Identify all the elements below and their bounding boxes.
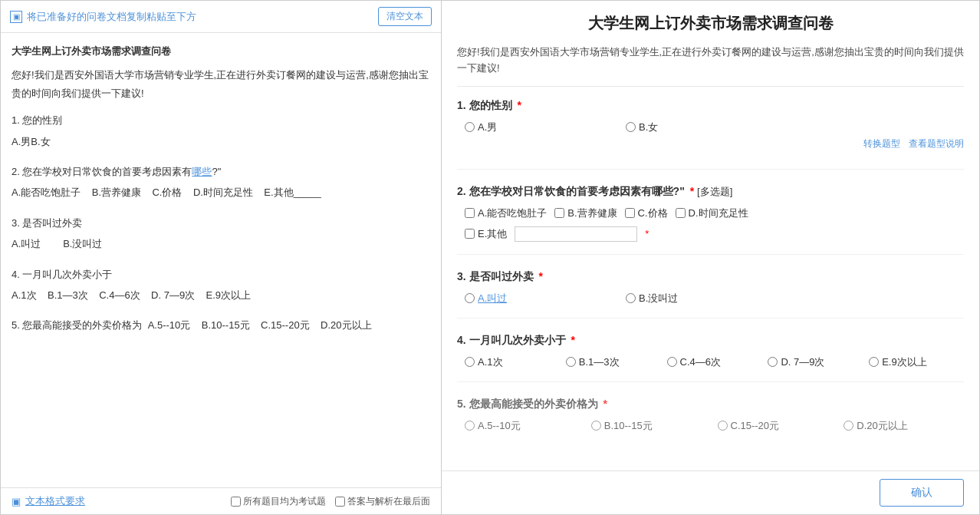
q1-num: 1. — [457, 99, 469, 111]
left-header-text: 将已准备好的问卷文档复制粘贴至下方 — [27, 10, 196, 24]
format-requirements-link[interactable]: 文本格式要求 — [25, 494, 85, 508]
q2-option-c[interactable]: C.价格 — [625, 206, 668, 220]
q4-radio-d[interactable] — [768, 357, 778, 367]
q4-option-d[interactable]: D. 7—9次 — [768, 355, 863, 369]
q2-option-e[interactable]: E.其他 — [465, 227, 507, 241]
q4-required: * — [571, 334, 574, 346]
answer-at-end-checkbox-label[interactable]: 答案与解析在最后面 — [335, 495, 430, 508]
right-footer: 确认 — [442, 470, 979, 514]
q2-options: A.能否吃饱肚子 B.营养健康 C.价格 D.时间充足性 — [457, 206, 964, 220]
exam-question-checkbox[interactable] — [231, 497, 241, 507]
left-q2: 2. 您在学校对日常饮食的首要考虑因素有哪些?" A.能否吃饱肚子 B.营养健康… — [12, 163, 430, 202]
q2-other-input[interactable] — [515, 226, 637, 242]
q4-option-e[interactable]: E.9次以上 — [869, 355, 964, 369]
q1-option-b[interactable]: B.女 — [626, 120, 779, 134]
q2-other-row: E.其他 * — [457, 226, 964, 242]
q3-option-a-text: A.叫过 — [478, 292, 507, 305]
left-q2-options: A.能否吃饱肚子 B.营养健康 C.价格 D.时间充足性 E.其他_____ — [12, 183, 430, 201]
left-q1-options: A.男B.女 — [12, 133, 430, 150]
q2-option-b-text: B.营养健康 — [567, 206, 617, 220]
q3-title: 是否叫过外卖 — [469, 270, 534, 282]
left-q2-highlight: 哪些 — [192, 166, 212, 177]
answer-at-end-checkbox[interactable] — [335, 497, 345, 507]
q3-option-a[interactable]: A.叫过 — [465, 292, 618, 305]
q3-options: A.叫过 B.没叫过 — [457, 292, 964, 305]
q5-option-b[interactable]: B.10--15元 — [591, 419, 712, 433]
q4-option-c[interactable]: C.4—6次 — [667, 355, 762, 369]
q4-label: 4. 一月叫几次外卖小于 * — [457, 334, 964, 348]
q2-checkbox-a[interactable] — [465, 208, 475, 218]
q5-option-c-text: C.15--20元 — [731, 419, 780, 433]
left-q4: 4. 一月叫几次外卖小于 A.1次 B.1—3次 C.4—6次 D. 7—9次 … — [12, 266, 430, 305]
view-type-explain-link[interactable]: 查看题型说明 — [909, 138, 964, 149]
q2-option-c-text: C.价格 — [638, 206, 668, 220]
q2-title: 您在学校对日常饮食的首要考虑因素有哪些?" — [469, 185, 685, 197]
q2-checkbox-e[interactable] — [465, 229, 475, 239]
confirm-button[interactable]: 确认 — [880, 479, 964, 507]
q3-option-b-text: B.没叫过 — [639, 292, 678, 305]
q4-radio-a[interactable] — [465, 357, 475, 367]
q2-num: 2. — [457, 185, 469, 197]
question-section-5: 5. 您最高能接受的外卖价格为 * A.5--10元 B.10--15元 — [457, 398, 964, 445]
q3-option-b[interactable]: B.没叫过 — [626, 292, 779, 305]
q4-option-d-text: D. 7—9次 — [781, 355, 824, 369]
q3-radio-b[interactable] — [626, 293, 636, 303]
left-q5: 5. 您最高能接受的外卖价格为 A.5--10元 B.10--15元 C.15-… — [12, 316, 430, 334]
q5-option-c[interactable]: C.15--20元 — [718, 419, 838, 433]
q5-title: 您最高能接受的外卖价格为 — [469, 398, 598, 410]
q2-checkbox-d[interactable] — [676, 208, 686, 218]
q4-radio-b[interactable] — [566, 357, 576, 367]
q4-option-a-text: A.1次 — [478, 355, 503, 369]
q1-radio-a[interactable] — [465, 122, 475, 132]
survey-intro: 您好!我们是西安外国语大学市场营销专业学生,正在进行外卖订餐网的建设与运营,感谢… — [457, 45, 964, 87]
q1-radio-b[interactable] — [626, 122, 636, 132]
left-q4-title: 4. 一月叫几次外卖小于 — [12, 266, 430, 283]
left-intro: 您好!我们是西安外国语大学市场营销专业学生,正在进行外卖订餐网的建设与运营,感谢… — [12, 66, 430, 102]
q2-option-a-text: A.能否吃饱肚子 — [478, 206, 547, 220]
q3-num: 3. — [457, 270, 469, 282]
question-section-2: 2. 您在学校对日常饮食的首要考虑因素有哪些?" * [多选题] A.能否吃饱肚… — [457, 185, 964, 255]
q2-option-e-text: E.其他 — [478, 227, 507, 241]
question-section-1: 1. 您的性别 * A.男 B.女 转换题型 查看题型说明 — [457, 99, 964, 170]
q2-checkbox-b[interactable] — [554, 208, 564, 218]
left-q3-options: A.叫过 B.没叫过 — [12, 235, 430, 253]
q5-option-b-text: B.10--15元 — [604, 419, 653, 433]
q5-option-d[interactable]: D.20元以上 — [844, 419, 964, 433]
q4-options: A.1次 B.1—3次 C.4—6次 D. 7—9次 — [457, 355, 964, 369]
survey-main-title: 大学生网上订外卖市场需求调查问卷 — [457, 13, 964, 34]
q5-option-a[interactable]: A.5--10元 — [465, 419, 585, 433]
q1-options: A.男 B.女 — [457, 120, 964, 134]
left-q4-options: A.1次 B.1—3次 C.4—6次 D. 7—9次 E.9次以上 — [12, 286, 430, 304]
q5-radio-a[interactable] — [465, 421, 475, 431]
q2-option-b[interactable]: B.营养健康 — [554, 206, 617, 220]
q5-radio-b[interactable] — [591, 421, 601, 431]
question-section-4: 4. 一月叫几次外卖小于 * A.1次 B.1—3次 C.4— — [457, 334, 964, 382]
q4-option-b[interactable]: B.1—3次 — [566, 355, 661, 369]
q2-other-required: * — [645, 228, 649, 239]
q4-option-b-text: B.1—3次 — [579, 355, 620, 369]
left-footer: ▣ 文本格式要求 所有题目均为考试题 答案与解析在最后面 — [1, 487, 441, 514]
q4-option-a[interactable]: A.1次 — [465, 355, 560, 369]
left-survey-title: 大学生网上订外卖市场需求调查问卷 — [12, 42, 430, 60]
clear-text-button[interactable]: 清空文本 — [378, 7, 432, 26]
switch-type-link[interactable]: 转换题型 — [863, 138, 900, 149]
left-q1: 1. 您的性别 A.男B.女 — [12, 111, 430, 150]
q4-radio-c[interactable] — [667, 357, 677, 367]
left-content: 大学生网上订外卖市场需求调查问卷 您好!我们是西安外国语大学市场营销专业学生,正… — [1, 33, 441, 487]
q5-radio-d[interactable] — [844, 421, 853, 431]
q3-label: 3. 是否叫过外卖 * — [457, 270, 964, 284]
q1-option-a[interactable]: A.男 — [465, 120, 618, 134]
left-panel: ▣ 将已准备好的问卷文档复制粘贴至下方 清空文本 大学生网上订外卖市场需求调查问… — [1, 1, 442, 514]
q3-radio-a[interactable] — [465, 293, 475, 303]
q4-radio-e[interactable] — [869, 357, 879, 367]
exam-question-checkbox-label[interactable]: 所有题目均为考试题 — [231, 495, 326, 508]
left-q1-title: 1. 您的性别 — [12, 111, 430, 129]
q2-option-d[interactable]: D.时间充足性 — [676, 206, 748, 220]
q5-options: A.5--10元 B.10--15元 C.15--20元 D.20元以上 — [457, 419, 964, 433]
q5-radio-c[interactable] — [718, 421, 728, 431]
q2-checkbox-c[interactable] — [625, 208, 635, 218]
q1-option-a-text: A.男 — [478, 120, 497, 134]
left-footer-left: ▣ 文本格式要求 — [12, 494, 85, 508]
q1-label: 1. 您的性别 * — [457, 99, 964, 113]
q2-option-a[interactable]: A.能否吃饱肚子 — [465, 206, 547, 220]
